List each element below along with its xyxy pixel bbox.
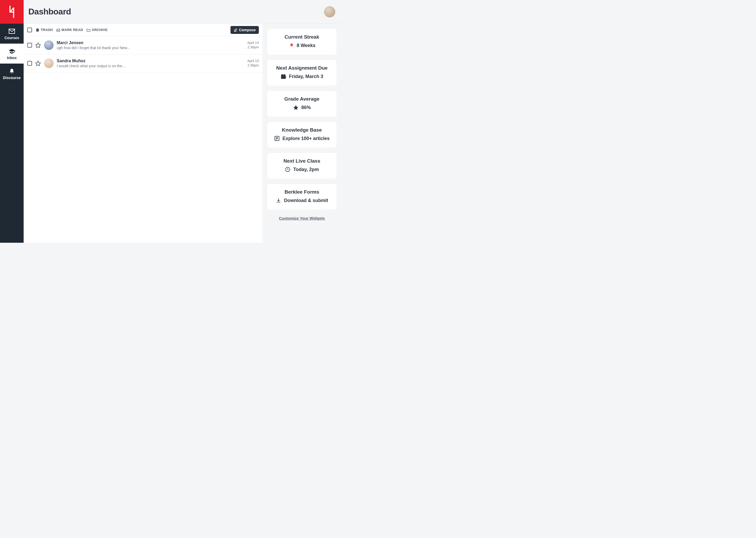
widget-value-text: Explore 100+ articles — [282, 136, 330, 141]
inbox-panel: TRASH MARK READ ARCHIVE Compose — [24, 24, 262, 243]
widgets-column: Current Streak 8 Weeks Next Assignment D… — [262, 24, 341, 243]
page-title: Dashboard — [28, 7, 71, 17]
select-all-checkbox[interactable] — [27, 27, 32, 32]
compose-icon — [234, 28, 237, 32]
message-row[interactable]: Sandra Muñoz I would check what your out… — [24, 54, 262, 73]
folder-icon — [87, 28, 90, 32]
calendar-icon — [281, 74, 286, 79]
widget-title: Next Live Class — [271, 158, 332, 164]
widget-current-streak[interactable]: Current Streak 8 Weeks — [267, 29, 337, 55]
widget-value-text: Friday, March 3 — [289, 74, 323, 79]
archive-button[interactable]: ARCHIVE — [87, 28, 108, 32]
user-avatar[interactable] — [324, 6, 336, 18]
nav-label: Inbox — [7, 56, 17, 60]
widget-next-assignment[interactable]: Next Assignment Due Friday, March 3 — [267, 60, 337, 86]
message-checkbox[interactable] — [27, 61, 32, 66]
sender-avatar — [44, 59, 54, 68]
mail-open-icon — [57, 28, 60, 32]
nav-label: Discourse — [3, 76, 21, 80]
widget-value-text: Today, 2pm — [293, 167, 319, 172]
widget-value-text: Download & submit — [284, 198, 328, 203]
customize-widgets-link[interactable]: Customize Your Widgets — [267, 215, 337, 224]
nav-courses[interactable]: Courses — [0, 24, 24, 44]
trash-button[interactable]: TRASH — [36, 28, 53, 32]
message-sender: Sandra Muñoz — [57, 59, 244, 63]
star-filled-icon — [293, 105, 299, 110]
message-list: Marci Jensen ugh how did I forget that l… — [24, 36, 262, 243]
mail-icon — [8, 28, 15, 34]
widget-berklee-forms[interactable]: Berklee Forms Download & submit — [267, 184, 337, 210]
widget-next-live-class[interactable]: Next Live Class Today, 2pm — [267, 153, 337, 179]
widget-grade-average[interactable]: Grade Average 86% — [267, 91, 337, 117]
widget-title: Knowledge Base — [271, 127, 332, 133]
widget-title: Next Assignment Due — [271, 65, 332, 71]
widget-title: Grade Average — [271, 96, 332, 102]
bell-icon — [8, 68, 15, 74]
message-row[interactable]: Marci Jensen ugh how did I forget that l… — [24, 36, 262, 54]
brand-logo[interactable] — [0, 0, 24, 24]
star-button[interactable] — [35, 60, 41, 66]
widget-title: Berklee Forms — [271, 189, 332, 195]
sender-avatar — [44, 40, 54, 50]
nav-discourse[interactable]: Discourse — [0, 64, 24, 83]
trash-icon — [36, 28, 39, 32]
mark-read-button[interactable]: MARK READ — [57, 28, 83, 32]
compose-button[interactable]: Compose — [230, 26, 259, 34]
star-icon — [35, 42, 41, 48]
widget-value-text: 8 Weeks — [297, 43, 315, 48]
sidebar: Courses Inbox Discourse — [0, 0, 24, 243]
clock-icon — [285, 167, 291, 172]
widget-knowledge-base[interactable]: Knowledge Base Explore 100+ articles — [267, 122, 337, 148]
nav-label: Courses — [4, 36, 19, 40]
widget-title: Current Streak — [271, 34, 332, 40]
graduation-cap-icon — [8, 48, 15, 54]
message-checkbox[interactable] — [27, 43, 32, 48]
download-icon — [276, 197, 281, 203]
inbox-toolbar: TRASH MARK READ ARCHIVE Compose — [24, 24, 262, 36]
article-icon — [274, 135, 280, 141]
message-preview: ugh how did I forget that lol thank you!… — [57, 46, 244, 50]
star-button[interactable] — [35, 42, 41, 48]
message-meta: April 13 2:36pm — [247, 41, 259, 50]
header: Dashboard — [24, 0, 341, 24]
widget-value-text: 86% — [301, 105, 311, 110]
nav-inbox[interactable]: Inbox — [0, 44, 24, 64]
star-icon — [35, 60, 41, 66]
message-preview: I would check what your output is on the… — [57, 64, 244, 68]
message-sender: Marci Jensen — [57, 40, 244, 45]
message-meta: April 13 2:36pm — [247, 59, 259, 68]
fire-icon — [288, 42, 294, 48]
